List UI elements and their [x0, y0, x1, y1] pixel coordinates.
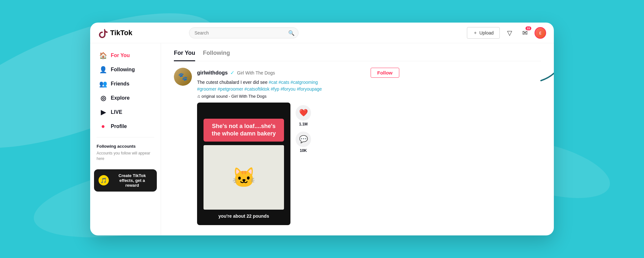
sidebar-nav: 🏠 For You 👤 Following 👥 Friends ◎ Explor…	[90, 48, 161, 133]
video-container[interactable]: She's not a loaf....she's the whole damn…	[197, 103, 290, 225]
create-effects-button[interactable]: 🎵 Create TikTok effects, get a reward	[94, 169, 157, 192]
filter-icon: ▽	[507, 29, 512, 37]
post-avatar[interactable]: 🐾	[174, 68, 192, 86]
tiktok-logo-icon	[98, 28, 108, 38]
sidebar-label-explore: Explore	[111, 95, 130, 101]
header: TikTok 🔍 ＋ Upload ▽ ✉ 33 ε	[90, 23, 554, 43]
search-bar: 🔍	[189, 27, 298, 38]
following-icon: 👤	[99, 66, 107, 74]
sidebar-item-for-you[interactable]: 🏠 For You	[93, 48, 158, 63]
following-section-desc: Accounts you follow will appear here	[97, 151, 154, 162]
post-header: girlwithdogs ✓ Girl With The Dogs Follow	[197, 68, 399, 78]
feed: For You Following 🐾 girlwithdogs ✓ Girl …	[161, 43, 554, 235]
sidebar-label-for-you: For You	[111, 53, 130, 58]
upload-label: Upload	[479, 30, 494, 35]
post-left: 🐾	[174, 68, 192, 225]
hashtag-foryoupage[interactable]: #foryoupage	[297, 86, 322, 92]
sidebar-label-following: Following	[111, 67, 135, 73]
post-display-name: Girl With The Dogs	[237, 70, 275, 75]
post-main: girlwithdogs ✓ Girl With The Dogs Follow…	[197, 68, 399, 225]
sidebar: 🏠 For You 👤 Following 👥 Friends ◎ Explor…	[90, 43, 161, 235]
tab-for-you[interactable]: For You	[174, 50, 195, 61]
sidebar-divider	[97, 137, 154, 137]
interaction-buttons: ❤️ 1.1M 💬 10K	[296, 103, 311, 153]
filter-button[interactable]: ▽	[504, 27, 515, 39]
logo[interactable]: TikTok	[98, 28, 132, 38]
sidebar-label-friends: Friends	[111, 81, 129, 87]
search-button[interactable]: 🔍	[288, 30, 295, 36]
post-username[interactable]: girlwithdogs	[197, 70, 228, 76]
sidebar-item-following[interactable]: 👤 Following	[93, 63, 158, 77]
profile-avatar[interactable]: ε	[535, 27, 546, 39]
plus-icon: ＋	[473, 30, 478, 36]
live-icon: ▶	[99, 108, 107, 116]
follow-button[interactable]: Follow	[371, 68, 400, 78]
upload-button[interactable]: ＋ Upload	[467, 27, 500, 39]
following-section-title: Following accounts	[97, 144, 154, 149]
like-count: 1.1M	[299, 122, 308, 126]
home-icon: 🏠	[99, 52, 107, 59]
app-window: TikTok 🔍 ＋ Upload ▽ ✉ 33 ε	[90, 23, 554, 235]
avatar-image: 🐾	[174, 68, 192, 86]
main-content: 🏠 For You 👤 Following 👥 Friends ◎ Explor…	[90, 43, 554, 235]
notifications-button[interactable]: ✉ 33	[519, 27, 531, 39]
heart-icon: ❤️	[296, 105, 311, 121]
cat-area: 🐱	[204, 145, 284, 210]
hashtag-cat[interactable]: #cat	[269, 80, 277, 85]
hashtag-fyp[interactable]: #fyp	[271, 86, 279, 92]
profile-icon: ε	[539, 30, 541, 36]
notification-badge: 33	[526, 26, 531, 30]
hashtag-foryou[interactable]: #foryou	[280, 86, 296, 92]
hashtag-petgroomer[interactable]: #petgroomer	[218, 86, 243, 92]
logo-text: TikTok	[110, 29, 132, 37]
video-bottom-text: you're about 22 pounds	[218, 213, 269, 219]
comment-count: 10K	[300, 148, 307, 153]
music-icon: ♫	[197, 94, 200, 99]
comment-icon: 💬	[296, 132, 311, 147]
sidebar-label-live: LIVE	[111, 109, 122, 115]
search-icon: 🔍	[288, 30, 295, 35]
video-overlay-text: She's not a loaf....she's the whole damn…	[204, 119, 284, 142]
caption-text: The cutest chubalard I ever did see	[197, 80, 268, 85]
profile-nav-icon: ●	[99, 123, 107, 130]
hashtag-catgrooming[interactable]: #catgrooming	[290, 80, 318, 85]
video-placeholder: She's not a loaf....she's the whole damn…	[197, 103, 290, 225]
sidebar-item-profile[interactable]: ● Profile	[93, 119, 158, 133]
explore-icon: ◎	[99, 94, 107, 102]
post-caption: The cutest chubalard I ever did see #cat…	[197, 79, 399, 93]
header-right: ＋ Upload ▽ ✉ 33 ε	[467, 27, 546, 39]
sidebar-item-friends[interactable]: 👥 Friends	[93, 77, 158, 91]
create-effects-label: Create TikTok effects, get a reward	[112, 173, 152, 188]
following-section: Following accounts Accounts you follow w…	[90, 141, 161, 164]
hashtag-groomer[interactable]: #groomer	[197, 86, 216, 92]
video-row: She's not a loaf....she's the whole damn…	[197, 103, 399, 225]
search-input[interactable]	[189, 27, 298, 38]
post-container: 🐾 girlwithdogs ✓ Girl With The Dogs Foll…	[174, 68, 399, 225]
sidebar-item-live[interactable]: ▶ LIVE	[93, 105, 158, 119]
effects-icon: 🎵	[99, 175, 109, 185]
comment-button[interactable]: 💬 10K	[296, 132, 311, 153]
hashtag-catsoftiktok[interactable]: #catsoftiktok	[244, 86, 270, 92]
sound-label: original sound - Girl With The Dogs	[202, 94, 267, 99]
verified-icon: ✓	[230, 70, 234, 76]
tab-following[interactable]: Following	[203, 50, 230, 61]
feed-tabs: For You Following	[174, 50, 541, 61]
friends-icon: 👥	[99, 80, 107, 88]
like-button[interactable]: ❤️ 1.1M	[296, 105, 311, 126]
sidebar-item-explore[interactable]: ◎ Explore	[93, 91, 158, 105]
hashtag-cats[interactable]: #cats	[279, 80, 289, 85]
sidebar-label-profile: Profile	[111, 124, 127, 129]
post-sound[interactable]: ♫ original sound - Girl With The Dogs	[197, 94, 399, 99]
